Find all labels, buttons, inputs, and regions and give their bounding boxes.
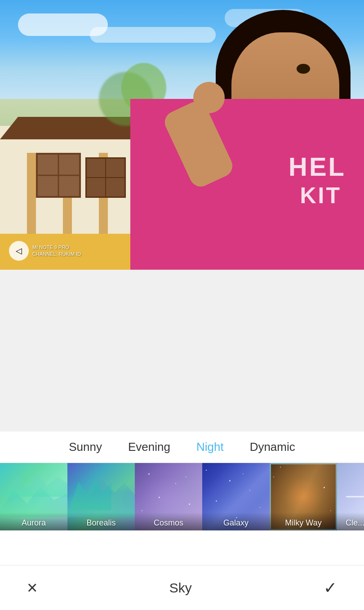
watermark-icon: ◁ [9, 241, 29, 261]
aurora-label: Aurora [0, 512, 67, 530]
child-figure: HEL KIT [130, 1, 364, 270]
tab-evening[interactable]: Evening [126, 436, 172, 458]
tab-dynamic[interactable]: Dynamic [248, 436, 297, 458]
filter-borealis-thumb: Borealis [67, 463, 135, 530]
close-button[interactable]: × [27, 578, 37, 598]
filter-cosmos-thumb: Cosmos [135, 463, 202, 530]
tabs-area: Sunny Evening Night Dynamic [0, 432, 364, 463]
filter-galaxy-thumb: Galaxy [202, 463, 270, 530]
watermark: ◁ MI NOTE 9 PRO CHANNEL: RUKIM ID [9, 241, 81, 261]
clear-label: Cle... [337, 512, 364, 530]
bottom-section: Sunny Evening Night Dynamic Aurora [0, 270, 364, 610]
pillar-1 [27, 153, 36, 234]
middle-area [0, 270, 364, 432]
filter-galaxy[interactable]: Galaxy [202, 463, 270, 548]
filter-clear-thumb: Cle... [337, 463, 364, 530]
filter-cosmos[interactable]: Cosmos [135, 463, 202, 548]
confirm-button[interactable]: ✓ [324, 579, 337, 597]
photo-area: HEL KIT ◁ MI NOTE 9 PRO CHANNEL: RUKIM I… [0, 0, 364, 270]
milkyway-label: Milky Way [270, 512, 337, 530]
galaxy-label: Galaxy [202, 512, 270, 530]
tab-sunny[interactable]: Sunny [67, 436, 104, 458]
filter-milkyway-thumb: Milky Way [270, 463, 337, 530]
bottom-bar: × Sky ✓ [0, 565, 364, 610]
window-2 [85, 157, 126, 198]
app: HEL KIT ◁ MI NOTE 9 PRO CHANNEL: RUKIM I… [0, 0, 364, 610]
filter-clear[interactable]: Cle... [337, 463, 364, 548]
borealis-label: Borealis [67, 512, 135, 530]
filters-area: Aurora Borealis [0, 463, 364, 548]
bottom-title: Sky [169, 580, 192, 596]
filter-aurora[interactable]: Aurora [0, 463, 67, 548]
tab-night[interactable]: Night [195, 436, 226, 458]
filter-aurora-thumb: Aurora [0, 463, 67, 530]
watermark-text: MI NOTE 9 PRO CHANNEL: RUKIM ID [32, 244, 81, 258]
window-1 [36, 153, 81, 198]
filter-borealis[interactable]: Borealis [67, 463, 135, 548]
cosmos-label: Cosmos [135, 512, 202, 530]
filter-milkyway[interactable]: Milky Way [270, 463, 337, 548]
